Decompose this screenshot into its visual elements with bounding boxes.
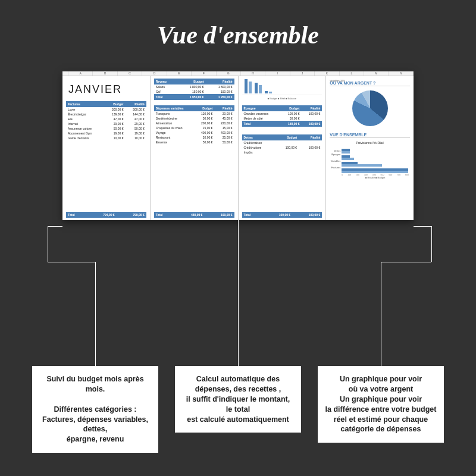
panel-factures: JANVIER FacturesBudgetRéalité Loyer500,0… [62, 76, 151, 220]
page-title: Vue d'ensemble [0, 0, 476, 49]
callout-left: Suivi du budget mois après mois. Différe… [32, 366, 158, 453]
pie-label: Variables 20% [330, 79, 345, 82]
table-factures: FacturesBudgetRéalité Loyer500,00 €500,0… [66, 101, 146, 140]
panel-charts: OÙ VA MON ARGENT ? Dettes 11% Factures 5… [326, 76, 414, 220]
table-dettes: DettesBudgetRéalité Crédit maison Crédit… [242, 134, 322, 155]
panel-revenu-variables: RevenuBudgetRéalité Salaire1 800,00 €1 8… [151, 76, 239, 220]
pie-chart-icon [352, 90, 388, 126]
connector-line [95, 262, 96, 366]
connector-line [414, 226, 431, 227]
callout-right: Un graphique pour voiroù va votre argent… [318, 366, 444, 443]
hbar-title: Prévisionnel Vs Réel [330, 141, 410, 145]
column-headers: ABCDEFGHIJKLMN [62, 71, 414, 76]
connector-line [48, 226, 62, 227]
table-epargne: ÉpargneBudgetRéalité Grandes vacances100… [242, 105, 322, 127]
connector-line [48, 262, 95, 262]
connector-line [238, 220, 239, 366]
connector-line [48, 226, 48, 262]
panel-epargne-dettes: ■ Budget ■ Réel ■ Balance ÉpargneBudgetR… [239, 76, 327, 220]
connector-line [381, 262, 431, 262]
hbar-chart: Dettes Épargne Variables Factures 010020… [330, 146, 410, 188]
callout-mid: Calcul automatique desdépenses, des rece… [175, 366, 301, 433]
table-revenu: RevenuBudgetRéalité Salaire1 800,00 €1 8… [154, 79, 234, 100]
chart-mini-legend: ■ Budget ■ Réel ■ Balance [242, 97, 322, 100]
chart-mini-bars [242, 79, 322, 95]
month-label: JANVIER [66, 79, 146, 99]
spreadsheet-preview: ABCDEFGHIJKLMN JANVIER FacturesBudgetRéa… [62, 71, 414, 220]
table-variables: Dépenses variablesBudgetRéalité Transpor… [154, 105, 234, 145]
connector-line [431, 226, 432, 262]
hbar-section: VUE D'ENSEMBLE [330, 133, 410, 138]
connector-line [381, 262, 381, 366]
